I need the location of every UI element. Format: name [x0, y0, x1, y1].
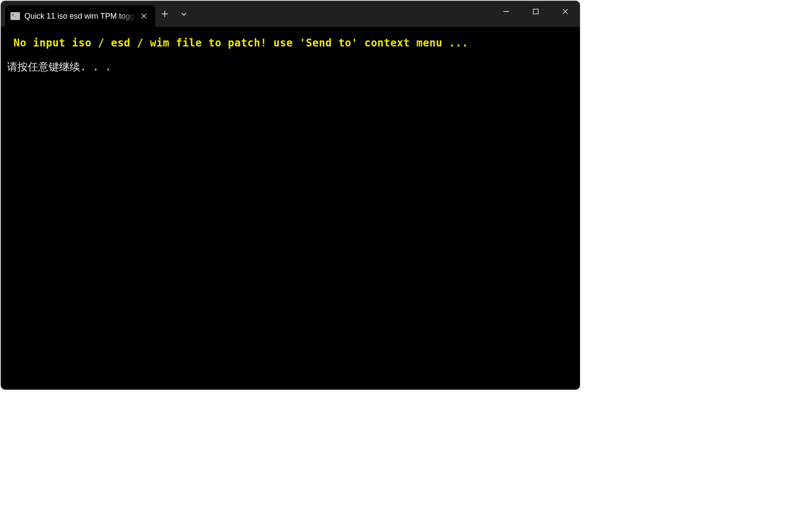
tab-dropdown-button[interactable]	[174, 4, 193, 23]
tab-close-button[interactable]	[138, 10, 150, 22]
titlebar-actions	[155, 1, 193, 27]
minimize-icon	[503, 8, 509, 15]
tab-active[interactable]: >_ Quick 11 iso esd wim TPM toggle	[5, 5, 155, 27]
plus-icon	[161, 10, 168, 17]
window-controls	[491, 1, 580, 25]
close-icon	[141, 13, 147, 19]
terminal-line-warning: No input iso / esd / wim file to patch! …	[7, 36, 574, 51]
terminal-line-prompt: 请按任意键继续. . .	[7, 59, 574, 75]
minimize-button[interactable]	[491, 1, 521, 22]
maximize-icon	[532, 8, 539, 15]
terminal-window: >_ Quick 11 iso esd wim TPM toggle	[1, 1, 580, 390]
titlebar-drag-area[interactable]	[193, 1, 491, 27]
new-tab-button[interactable]	[155, 4, 174, 23]
titlebar: >_ Quick 11 iso esd wim TPM toggle	[1, 1, 580, 27]
tab-strip: >_ Quick 11 iso esd wim TPM toggle	[1, 1, 155, 27]
close-window-button[interactable]	[550, 1, 580, 22]
svg-rect-0	[533, 9, 538, 13]
maximize-button[interactable]	[521, 1, 550, 22]
close-icon	[562, 8, 569, 15]
terminal-icon: >_	[10, 12, 20, 20]
chevron-down-icon	[180, 10, 187, 17]
tab-title: Quick 11 iso esd wim TPM toggle	[24, 12, 136, 21]
terminal-content[interactable]: No input iso / esd / wim file to patch! …	[1, 27, 580, 83]
